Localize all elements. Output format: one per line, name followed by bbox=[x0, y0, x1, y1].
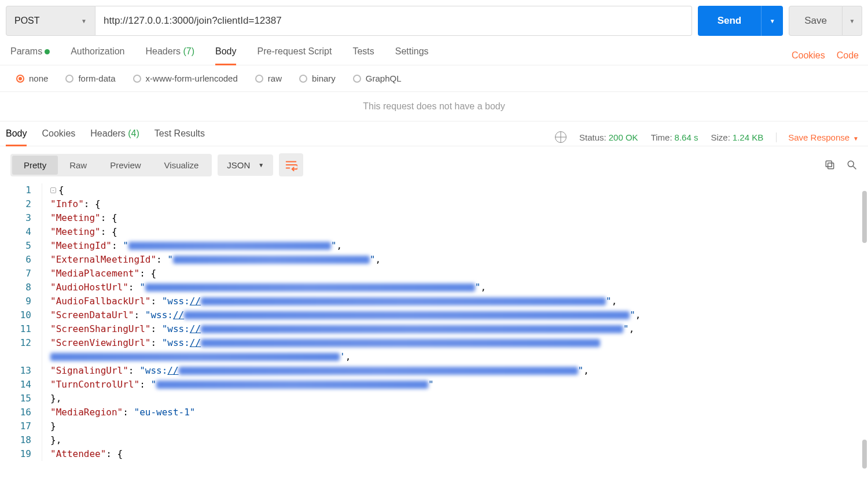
search-icon[interactable] bbox=[846, 159, 858, 171]
tab-body[interactable]: Body bbox=[215, 46, 236, 65]
cookies-link[interactable]: Cookies bbox=[792, 50, 825, 61]
no-body-message: This request does not have a body bbox=[0, 92, 868, 121]
tab-params[interactable]: Params bbox=[10, 46, 50, 65]
view-visualize[interactable]: Visualize bbox=[153, 156, 211, 175]
time-label: Time:8.64 s bbox=[651, 132, 698, 142]
http-method-value: POST bbox=[14, 16, 40, 26]
view-preview[interactable]: Preview bbox=[98, 156, 152, 175]
radio-icon bbox=[65, 75, 73, 83]
radio-icon bbox=[299, 75, 307, 83]
radio-icon bbox=[16, 75, 24, 83]
svg-point-5 bbox=[848, 161, 854, 167]
res-tab-headers[interactable]: Headers (4) bbox=[90, 128, 139, 146]
save-more-button[interactable]: ▼ bbox=[843, 6, 862, 36]
status-label: Status:200 OK bbox=[579, 132, 638, 142]
body-type-binary[interactable]: binary bbox=[299, 73, 336, 83]
chevron-down-icon: ▼ bbox=[770, 18, 775, 24]
line-gutter: 1 2 3 4 5 6 7 8 9 10 11 12 13 14 15 16 1… bbox=[0, 183, 42, 461]
radio-icon bbox=[353, 75, 361, 83]
radio-icon bbox=[133, 75, 141, 83]
wrap-icon bbox=[285, 158, 297, 171]
send-more-button[interactable]: ▼ bbox=[761, 6, 783, 36]
tab-tests[interactable]: Tests bbox=[352, 46, 374, 65]
url-input[interactable]: http://127.0.0.1:3000/join?clientId=1238… bbox=[95, 6, 692, 36]
chevron-down-icon: ▼ bbox=[81, 18, 87, 24]
send-button[interactable]: Send bbox=[698, 6, 762, 36]
scrollbar-vertical[interactable] bbox=[862, 440, 867, 461]
res-tab-cookies[interactable]: Cookies bbox=[42, 128, 75, 146]
tab-prerequest[interactable]: Pre-request Script bbox=[257, 46, 332, 65]
save-response-button[interactable]: Save Response▼ bbox=[776, 132, 859, 142]
radio-icon bbox=[255, 75, 263, 83]
code-lines: -{ "Info": { "Meeting": { "Meeting": { "… bbox=[42, 183, 868, 461]
response-body-viewer[interactable]: 1 2 3 4 5 6 7 8 9 10 11 12 13 14 15 16 1… bbox=[0, 183, 868, 461]
http-method-select[interactable]: POST ▼ bbox=[6, 6, 95, 36]
svg-rect-3 bbox=[828, 163, 834, 169]
code-link[interactable]: Code bbox=[837, 50, 859, 61]
tab-settings[interactable]: Settings bbox=[395, 46, 429, 65]
scrollbar-vertical[interactable] bbox=[862, 191, 867, 243]
view-raw[interactable]: Raw bbox=[58, 156, 98, 175]
globe-icon[interactable] bbox=[555, 131, 567, 143]
tab-headers[interactable]: Headers (7) bbox=[146, 46, 195, 65]
body-type-formdata[interactable]: form-data bbox=[65, 73, 115, 83]
view-pretty[interactable]: Pretty bbox=[12, 156, 58, 175]
copy-icon[interactable] bbox=[824, 159, 836, 171]
chevron-down-icon: ▼ bbox=[258, 162, 264, 168]
view-mode-segment: Pretty Raw Preview Visualize bbox=[10, 154, 212, 176]
tab-authorization[interactable]: Authorization bbox=[71, 46, 124, 65]
svg-rect-4 bbox=[826, 161, 832, 167]
svg-line-6 bbox=[854, 167, 856, 169]
res-tab-body[interactable]: Body bbox=[6, 128, 27, 146]
size-label: Size:1.24 KB bbox=[711, 132, 763, 142]
body-type-raw[interactable]: raw bbox=[255, 73, 282, 83]
params-indicator-dot bbox=[45, 49, 50, 54]
wrap-lines-button[interactable] bbox=[279, 153, 303, 176]
body-type-xwww[interactable]: x-www-form-urlencoded bbox=[133, 73, 238, 83]
save-button[interactable]: Save bbox=[789, 6, 843, 36]
chevron-down-icon: ▼ bbox=[849, 18, 855, 24]
chevron-down-icon: ▼ bbox=[853, 135, 859, 142]
res-tab-testresults[interactable]: Test Results bbox=[155, 128, 205, 146]
format-select[interactable]: JSON ▼ bbox=[218, 154, 273, 176]
body-type-none[interactable]: none bbox=[16, 73, 48, 83]
body-type-graphql[interactable]: GraphQL bbox=[353, 73, 402, 83]
